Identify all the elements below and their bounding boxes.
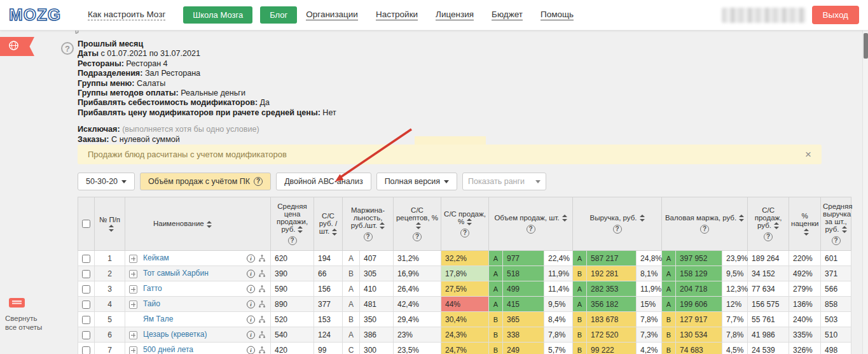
row-checkbox[interactable] (82, 346, 90, 354)
header-avg-revenue[interactable]: Средняя выручка за шт., руб. (821, 197, 851, 251)
help-icon[interactable] (364, 232, 373, 241)
volume-with-pk-button[interactable]: Объём продаж с учётом ПК (140, 173, 271, 190)
volume-pct-cell: 7,8% (544, 327, 573, 343)
help-icon[interactable] (460, 229, 469, 237)
dish-link[interactable]: Тайо (143, 299, 160, 308)
close-icon[interactable]: × (805, 149, 811, 160)
header-cost-unit[interactable]: С/С руб. /шт. (314, 197, 343, 251)
expand-icon[interactable] (129, 331, 137, 339)
info-icon[interactable]: i (247, 330, 255, 339)
nav-link-organizations[interactable]: Организации (306, 10, 358, 20)
cost-per-unit-cell: 156 (314, 281, 343, 297)
dish-name-cell: Тайоi (125, 297, 271, 312)
dish-link[interactable]: Тот самый Харбин (143, 269, 209, 278)
nav-link-settings[interactable]: Настройки (376, 10, 418, 20)
hierarchy-icon[interactable] (258, 331, 266, 339)
checkbox-cell[interactable] (78, 251, 95, 266)
help-icon[interactable] (700, 225, 709, 234)
filter-summary: Прошлый месяцДаты с 01.07.2021 по 31.07.… (78, 39, 336, 145)
hierarchy-icon[interactable] (258, 285, 266, 293)
expand-icon[interactable] (129, 301, 137, 309)
collapse-reports-label: Свернуть все отчеты (5, 314, 47, 332)
header-gross-margin[interactable]: Валовая маржа, руб. (662, 197, 748, 251)
preset-dropdown-button[interactable]: 50-30-20 (78, 173, 135, 190)
header-margin[interactable]: Маржина- льность, руб./шт. (343, 197, 394, 251)
expand-icon[interactable] (129, 285, 137, 294)
checkbox-cell[interactable] (78, 327, 95, 343)
row-checkbox[interactable] (82, 270, 90, 278)
sort-icon (640, 215, 645, 222)
row-checkbox[interactable] (82, 255, 90, 263)
help-icon[interactable] (832, 236, 841, 245)
gross-margin-pct-cell: 23,9% (722, 251, 748, 266)
globe-tab[interactable] (0, 37, 34, 56)
app-logo[interactable]: MOZG (9, 5, 61, 25)
double-abc-button[interactable]: Двойной АВС-анализ (276, 173, 371, 190)
info-icon[interactable]: i (247, 300, 255, 308)
select-all-cell[interactable] (78, 197, 95, 251)
header-cost-sales-pct[interactable]: С/С продаж, % (441, 197, 489, 251)
header-avg-price[interactable]: Средняя цена продажи, руб. (271, 197, 314, 251)
select-all-checkbox[interactable] (82, 220, 90, 228)
collapse-all-reports[interactable]: Свернуть все отчеты (5, 298, 53, 332)
nav-link-help[interactable]: Помощь (541, 10, 574, 20)
hierarchy-icon[interactable] (258, 255, 266, 262)
expand-icon[interactable] (129, 270, 137, 278)
info-icon[interactable]: i (247, 254, 255, 262)
header-markup[interactable]: % наценки (789, 197, 821, 251)
info-icon[interactable]: i (247, 315, 255, 323)
header-num[interactable]: № П/п (95, 197, 125, 251)
table-row: 4Тайоi890377A48142,4%44%A4159,5%A356 182… (78, 297, 851, 312)
info-icon[interactable]: i (247, 346, 255, 354)
checkbox-cell[interactable] (78, 343, 95, 354)
hierarchy-icon[interactable] (258, 301, 266, 308)
info-icon[interactable]: i (247, 269, 255, 278)
help-icon[interactable] (764, 232, 773, 241)
nav-link-setup-help[interactable]: Как настроить Мозг (88, 10, 165, 20)
help-icon[interactable] (527, 225, 535, 234)
checkbox-cell[interactable] (78, 297, 95, 312)
scrollbar-thumb[interactable] (864, 33, 868, 59)
full-version-dropdown-button[interactable]: Полная версия (376, 173, 457, 190)
expand-icon[interactable] (129, 255, 137, 263)
dish-link[interactable]: Цезарь (креветка) (143, 330, 207, 339)
nav-link-license[interactable]: Лицензия (436, 10, 474, 20)
dish-link[interactable]: Ям Тале (143, 315, 173, 323)
header-volume[interactable]: Объем продаж, шт. (489, 197, 573, 251)
help-icon[interactable] (413, 232, 422, 241)
hierarchy-icon[interactable] (258, 270, 266, 278)
header-revenue[interactable]: Выручка, руб. (573, 197, 662, 251)
info-icon[interactable]: i (247, 285, 255, 293)
header-cost-recipes[interactable]: С/С рецептов, % (394, 197, 441, 251)
help-icon[interactable] (288, 236, 297, 245)
hierarchy-icon[interactable] (258, 316, 266, 323)
show-ranks-select[interactable]: Показать ранги (462, 173, 546, 190)
checkbox-cell[interactable] (78, 266, 95, 281)
hierarchy-icon[interactable] (258, 346, 266, 354)
revenue-pct-cell: 7,3% (637, 327, 662, 343)
header-cost-sales-rub[interactable]: С/С продаж, руб. (748, 197, 789, 251)
row-checkbox[interactable] (82, 285, 90, 294)
header-name[interactable]: Наименование (125, 197, 271, 251)
avg-revenue-cell: 858 (821, 297, 851, 312)
row-checkbox[interactable] (82, 331, 90, 339)
row-checkbox[interactable] (82, 301, 90, 309)
avg-price-cell: 890 (271, 297, 314, 312)
volume-rank-cell: A (489, 281, 503, 297)
expand-icon[interactable] (129, 346, 137, 354)
help-icon[interactable] (613, 225, 622, 234)
blog-button[interactable]: Блог (260, 6, 297, 24)
markup-pct-cell: 240% (789, 312, 821, 327)
screen: MOZG Как настроить Мозг Школа Мозга Блог… (0, 0, 868, 354)
report-help-icon[interactable]: ? (61, 42, 74, 55)
dish-link[interactable]: Кейкам (143, 253, 169, 262)
checkbox-cell[interactable] (78, 312, 95, 327)
checkbox-cell[interactable] (78, 281, 95, 297)
avg-revenue-cell: 503 (821, 312, 851, 327)
logout-button[interactable]: Выход (812, 6, 859, 24)
row-checkbox[interactable] (82, 316, 90, 324)
school-button[interactable]: Школа Мозга (183, 6, 252, 24)
dish-link[interactable]: Гатто (143, 284, 162, 293)
nav-link-budget[interactable]: Бюджет (492, 10, 523, 20)
dish-link[interactable]: 500 дней лета (143, 345, 193, 354)
